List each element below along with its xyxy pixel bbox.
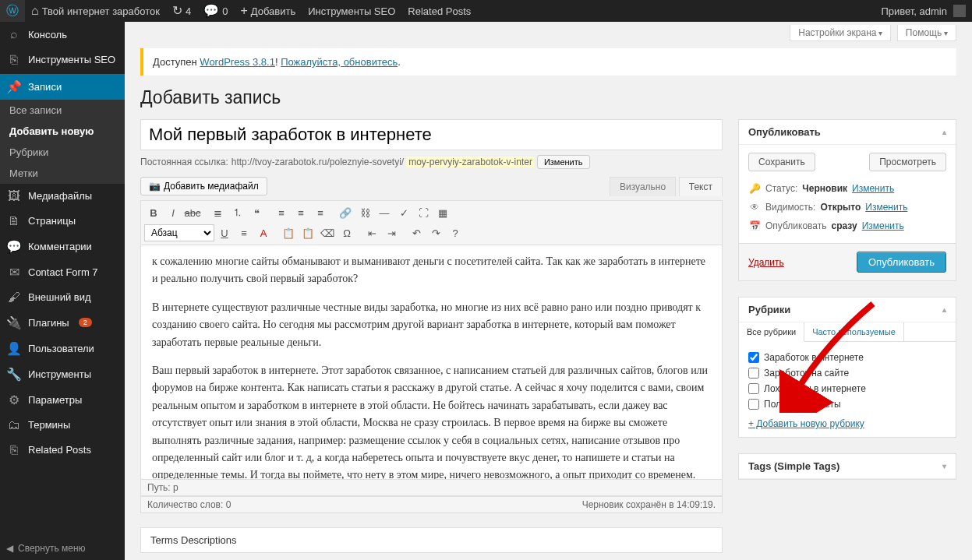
edit-schedule-link[interactable]: Изменить: [862, 220, 904, 231]
category-label: Заработок в интернете: [764, 352, 864, 363]
submenu-all-posts[interactable]: Все записи: [0, 100, 125, 121]
menu-users[interactable]: 👤Пользователи: [0, 336, 125, 361]
site-home[interactable]: ⌂Твой интернет заработок: [25, 0, 166, 22]
paste-text-button[interactable]: 📋: [279, 224, 298, 241]
undo-button[interactable]: ↶: [407, 224, 426, 241]
justify-button[interactable]: ≡: [235, 224, 253, 241]
chevron-up-icon: ▴: [942, 305, 946, 314]
category-item[interactable]: Полезные советы: [748, 396, 946, 412]
add-media-button[interactable]: 📷Добавить медиафайл: [140, 177, 267, 195]
collapse-menu[interactable]: ◀Свернуть меню: [0, 537, 125, 560]
terms-descriptions-box[interactable]: Terms Descriptions: [140, 527, 723, 553]
menu-pages[interactable]: 🗎Страницы: [0, 209, 125, 234]
menu-comments[interactable]: 💬Комментарии: [0, 234, 125, 259]
my-account[interactable]: Привет, admin: [875, 0, 972, 22]
tab-all-categories[interactable]: Все рубрики: [739, 322, 804, 342]
publish-box-title[interactable]: Опубликовать▴: [739, 120, 956, 145]
outdent-button[interactable]: ⇤: [362, 224, 381, 241]
ul-button[interactable]: ≣: [208, 204, 227, 221]
menu-posts[interactable]: 📌Записи: [0, 74, 125, 100]
edit-slug-button[interactable]: Изменить: [537, 155, 590, 169]
redo-button[interactable]: ↷: [426, 224, 445, 241]
fullscreen-button[interactable]: ⛶: [414, 204, 433, 221]
link-button[interactable]: 🔗: [336, 204, 355, 221]
wp-version-link[interactable]: WordPress 3.8.1: [200, 56, 275, 68]
format-select[interactable]: Абзац: [144, 224, 214, 241]
related-posts[interactable]: Related Posts: [401, 0, 477, 22]
menu-related[interactable]: ⎘Related Posts: [0, 438, 125, 463]
submenu-add-new[interactable]: Добавить новую: [0, 121, 125, 142]
edit-status-link[interactable]: Изменить: [852, 183, 894, 194]
menu-cf7[interactable]: ✉Contact Form 7: [0, 259, 125, 285]
menu-tools[interactable]: 🔧Инструменты: [0, 361, 125, 387]
category-item[interactable]: Заработок на сайте: [748, 365, 946, 381]
category-item[interactable]: Заработок в интернете: [748, 350, 946, 365]
tab-text[interactable]: Текст: [679, 177, 723, 196]
comment-icon: 💬: [203, 5, 219, 17]
tab-popular-categories[interactable]: Часто используемые: [804, 322, 904, 341]
unlink-button[interactable]: ⛓: [355, 204, 374, 221]
submenu-tags[interactable]: Метки: [0, 163, 125, 184]
tab-visual[interactable]: Визуально: [610, 177, 676, 196]
plus-icon: +: [240, 5, 247, 17]
menu-seo[interactable]: ⎘Инструменты SEO: [0, 47, 125, 74]
updates[interactable]: ↻4: [166, 0, 197, 22]
indent-button[interactable]: ⇥: [382, 224, 401, 241]
tags-box: Tags (Simple Tags)▾: [738, 453, 956, 480]
comments[interactable]: 💬0: [197, 0, 234, 22]
wp-logo[interactable]: ⓦ: [0, 0, 25, 22]
key-icon: 🔑: [748, 183, 761, 194]
menu-plugins[interactable]: 🔌Плагины2: [0, 310, 125, 336]
align-right-button[interactable]: ≡: [311, 204, 330, 221]
charmap-button[interactable]: Ω: [338, 224, 356, 241]
delete-link[interactable]: Удалить: [748, 257, 784, 268]
screen-options-button[interactable]: Настройки экрана: [790, 25, 891, 41]
tags-box-title[interactable]: Tags (Simple Tags)▾: [739, 454, 956, 479]
spellcheck-button[interactable]: ✓: [394, 204, 413, 221]
edit-visibility-link[interactable]: Изменить: [865, 202, 907, 213]
menu-settings[interactable]: ⚙Параметры: [0, 387, 125, 413]
quote-button[interactable]: ❝: [247, 204, 266, 221]
underline-button[interactable]: U: [215, 224, 234, 241]
add-category-link[interactable]: + Добавить новую рубрику: [748, 418, 864, 429]
menu-media[interactable]: 🖼Медиафайлы: [0, 184, 125, 209]
kitchen-sink-button[interactable]: ▦: [433, 204, 452, 221]
seo-icon: ⎘: [6, 52, 22, 69]
category-label: Заработок на сайте: [764, 368, 849, 379]
new-label: Добавить: [251, 5, 295, 17]
menu-appearance[interactable]: 🖌Внешний вид: [0, 285, 125, 310]
post-title-input[interactable]: [140, 119, 723, 150]
save-draft-button[interactable]: Сохранить: [748, 153, 815, 171]
category-checkbox[interactable]: [748, 383, 759, 394]
category-item[interactable]: Лохотроны в интернете: [748, 381, 946, 396]
preview-button[interactable]: Просмотреть: [869, 153, 946, 171]
align-center-button[interactable]: ≡: [292, 204, 310, 221]
align-left-button[interactable]: ≡: [272, 204, 291, 221]
menu-terms[interactable]: 🗂Термины: [0, 413, 125, 438]
category-checkbox[interactable]: [748, 368, 759, 379]
category-checkbox[interactable]: [748, 352, 759, 363]
submenu-categories[interactable]: Рубрики: [0, 142, 125, 163]
update-link[interactable]: Пожалуйста, обновитесь: [281, 56, 398, 68]
strike-button[interactable]: abc: [183, 204, 202, 221]
help-button[interactable]: Помощь: [897, 25, 956, 41]
more-button[interactable]: —: [375, 204, 394, 221]
chevron-up-icon: ▴: [942, 128, 946, 136]
clear-format-button[interactable]: ⌫: [318, 224, 337, 241]
paste-word-button[interactable]: 📋: [299, 224, 317, 241]
terms-icon: 🗂: [6, 418, 22, 432]
help-icon-button[interactable]: ?: [446, 224, 465, 241]
editor-content[interactable]: к сожалению многие сайты обманывают и вы…: [141, 245, 722, 479]
publish-button[interactable]: Опубликовать: [857, 252, 946, 273]
calendar-icon: 📅: [748, 220, 761, 231]
comments-count: 0: [222, 5, 228, 17]
bold-button[interactable]: B: [144, 204, 163, 221]
ol-button[interactable]: ⒈: [228, 204, 246, 221]
menu-console[interactable]: ⌕Консоль: [0, 22, 125, 47]
color-button[interactable]: A: [254, 224, 273, 241]
seo-tools[interactable]: Инструменты SEO: [302, 0, 401, 22]
category-checkbox[interactable]: [748, 399, 759, 410]
new-content[interactable]: +Добавить: [234, 0, 302, 22]
categories-box-title[interactable]: Рубрики▴: [739, 298, 956, 322]
italic-button[interactable]: I: [164, 204, 182, 221]
